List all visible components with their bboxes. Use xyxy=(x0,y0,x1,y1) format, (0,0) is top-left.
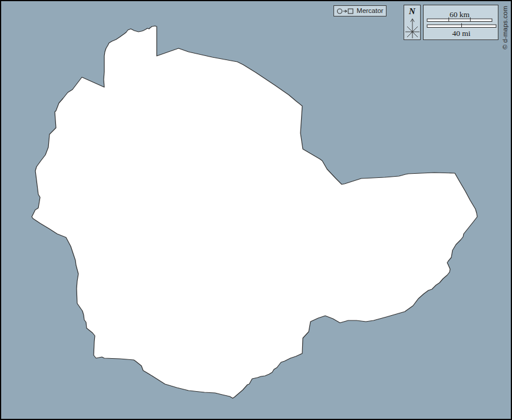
scale-bars: 60 km 40 mi xyxy=(424,5,498,39)
region-outline xyxy=(32,26,477,398)
map-canvas: Mercator N 60 km 40 mi © d-maps.com xyxy=(0,0,512,420)
scale-mi-label: 40 mi xyxy=(452,29,470,38)
north-label: N xyxy=(409,7,415,16)
compass-rose-icon xyxy=(404,16,421,39)
region-map xyxy=(0,0,512,420)
km-scale-bar xyxy=(427,19,492,22)
circle-to-square-projection-icon xyxy=(336,8,354,15)
scale-box: 60 km 40 mi xyxy=(423,5,498,40)
projection-name: Mercator xyxy=(356,8,383,15)
projection-label-box: Mercator xyxy=(333,5,387,16)
scale-km-label: 60 km xyxy=(450,10,470,19)
copyright-watermark: © d-maps.com xyxy=(501,6,508,49)
compass-box: N xyxy=(404,5,421,40)
